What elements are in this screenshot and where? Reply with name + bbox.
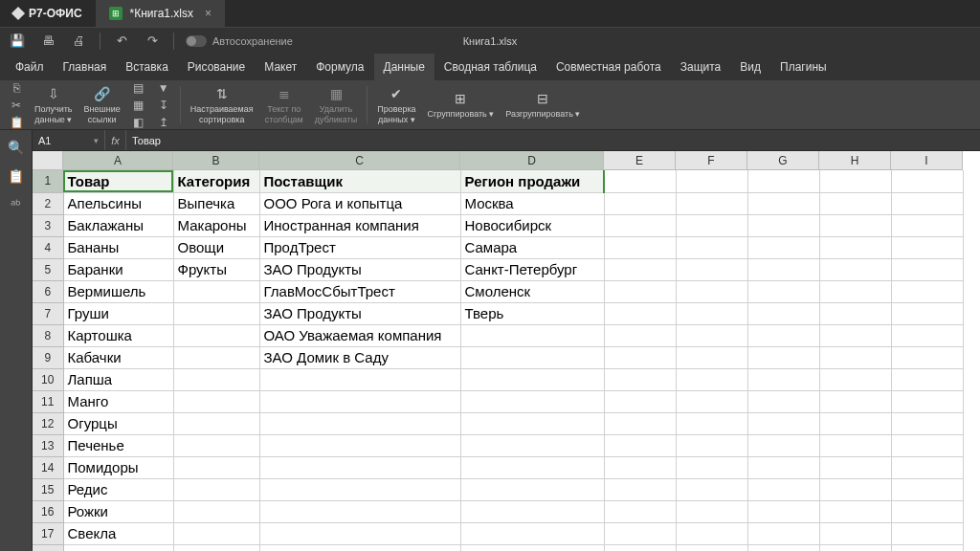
cell[interactable]: [604, 500, 676, 522]
ribbon-mini-icon[interactable]: ◧: [128, 116, 149, 129]
cell[interactable]: [604, 258, 676, 280]
ribbon-button[interactable]: ⇩Получить данные ▾: [31, 82, 77, 127]
cell[interactable]: Манго: [63, 390, 173, 412]
cell[interactable]: [747, 280, 819, 302]
cell[interactable]: ОАО Уважаемая компания: [259, 324, 460, 346]
cell[interactable]: Апельсины: [63, 192, 173, 214]
row-header[interactable]: 3: [33, 214, 63, 236]
cell[interactable]: Новосибирск: [460, 214, 604, 236]
cell[interactable]: Вермишель: [63, 280, 173, 302]
column-header[interactable]: C: [259, 151, 460, 170]
ribbon-button[interactable]: ⇅Настраиваемая сортировка: [187, 82, 257, 127]
cell[interactable]: [604, 434, 676, 456]
cell[interactable]: Категория: [173, 170, 259, 192]
cell[interactable]: [819, 456, 891, 478]
cell[interactable]: [819, 258, 891, 280]
menu-item-макет[interactable]: Макет: [255, 54, 306, 80]
cell[interactable]: [819, 170, 891, 192]
cell[interactable]: [676, 390, 747, 412]
cell[interactable]: ГлавМосСбытТрест: [259, 280, 460, 302]
menu-item-данные[interactable]: Данные: [374, 54, 434, 80]
cell[interactable]: [604, 522, 676, 544]
ribbon-mini-icon[interactable]: ▦: [128, 99, 149, 112]
cell[interactable]: [676, 500, 747, 522]
column-header[interactable]: A: [63, 151, 173, 170]
cell[interactable]: [173, 478, 259, 500]
cell[interactable]: Самара: [460, 236, 604, 258]
cell[interactable]: [460, 368, 604, 390]
cell[interactable]: [676, 258, 747, 280]
cell[interactable]: [747, 412, 819, 434]
row-header[interactable]: 9: [33, 346, 63, 368]
cell[interactable]: [604, 280, 676, 302]
cell[interactable]: [891, 280, 963, 302]
cell[interactable]: [676, 456, 747, 478]
cell[interactable]: [173, 500, 259, 522]
row-header[interactable]: 13: [33, 434, 63, 456]
cell[interactable]: [676, 368, 747, 390]
menu-item-файл[interactable]: Файл: [6, 54, 54, 80]
cell[interactable]: Лапша: [63, 368, 173, 390]
cell[interactable]: [676, 302, 747, 324]
cell[interactable]: [891, 302, 963, 324]
cell[interactable]: Свекла: [63, 522, 173, 544]
ribbon-mini-icon[interactable]: ▤: [128, 81, 149, 95]
cell[interactable]: Помидоры: [63, 456, 173, 478]
cell[interactable]: [819, 500, 891, 522]
cell[interactable]: [604, 368, 676, 390]
cell[interactable]: [460, 522, 604, 544]
cell[interactable]: Москва: [460, 192, 604, 214]
cell[interactable]: [747, 258, 819, 280]
cell[interactable]: [747, 390, 819, 412]
menu-item-сводная таблица[interactable]: Сводная таблица: [434, 54, 546, 80]
cell[interactable]: [676, 434, 747, 456]
cell[interactable]: [891, 368, 963, 390]
cell[interactable]: [604, 412, 676, 434]
row-header[interactable]: 5: [33, 258, 63, 280]
cell[interactable]: [259, 434, 460, 456]
cell[interactable]: [891, 434, 963, 456]
left-tool-icon[interactable]: 📋: [8, 168, 24, 184]
cell[interactable]: [891, 236, 963, 258]
cell[interactable]: [819, 434, 891, 456]
cell[interactable]: [891, 500, 963, 522]
ribbon-mini-icon[interactable]: ↧: [153, 99, 174, 112]
cell[interactable]: [676, 280, 747, 302]
cell[interactable]: [747, 368, 819, 390]
cell[interactable]: [460, 500, 604, 522]
undo-icon[interactable]: ↶: [112, 32, 131, 51]
cell[interactable]: [891, 324, 963, 346]
cell[interactable]: [676, 412, 747, 434]
row-header[interactable]: 15: [33, 478, 63, 500]
cell[interactable]: [819, 192, 891, 214]
cell[interactable]: [460, 390, 604, 412]
cell[interactable]: [747, 434, 819, 456]
cell[interactable]: Редис: [63, 478, 173, 500]
ribbon-button[interactable]: ⊟Разгруппировать ▾: [501, 82, 584, 127]
row-header[interactable]: 16: [33, 500, 63, 522]
menu-item-плагины[interactable]: Плагины: [770, 54, 836, 80]
cell[interactable]: [676, 522, 747, 544]
ribbon-button[interactable]: 🔗Внешние ссылки: [80, 82, 124, 127]
cell[interactable]: Груши: [63, 302, 173, 324]
cell[interactable]: [460, 456, 604, 478]
ribbon-mini-icon[interactable]: ▼: [153, 81, 174, 95]
cell[interactable]: Регион продажи: [460, 170, 604, 192]
cell[interactable]: [604, 390, 676, 412]
left-tool-icon[interactable]: ᵃᵇ: [11, 197, 21, 212]
cell[interactable]: ЗАО Продукты: [259, 302, 460, 324]
cell[interactable]: [819, 214, 891, 236]
cell[interactable]: [604, 192, 676, 214]
select-all-corner[interactable]: [33, 151, 63, 170]
cell[interactable]: [891, 412, 963, 434]
cell[interactable]: Смоленск: [460, 280, 604, 302]
cell[interactable]: Поставщик: [259, 170, 460, 192]
name-box[interactable]: A1 ▾: [33, 130, 105, 150]
cell[interactable]: [173, 368, 259, 390]
row-header[interactable]: 18: [33, 544, 63, 551]
menu-item-формула[interactable]: Формула: [306, 54, 373, 80]
column-header[interactable]: B: [173, 151, 259, 170]
cell[interactable]: [747, 170, 819, 192]
cell[interactable]: [819, 522, 891, 544]
cell[interactable]: [819, 302, 891, 324]
